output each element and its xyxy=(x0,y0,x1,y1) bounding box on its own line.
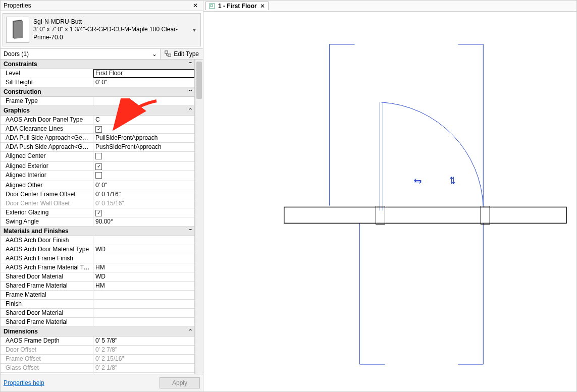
svg-rect-5 xyxy=(211,5,213,7)
door-center-wall-offset-value: 0' 0 15/16" xyxy=(93,199,194,208)
arch-door-material-type-value[interactable]: WD xyxy=(93,245,194,254)
prop-label: AAOS Arch Door Panel Type xyxy=(1,116,93,124)
prop-label: AAOS Arch Frame Material Type xyxy=(1,263,93,272)
scrollbar[interactable] xyxy=(195,60,203,374)
section-construction[interactable]: Constructionˆ xyxy=(1,87,194,97)
prop-label: Swing Angle xyxy=(1,217,93,226)
prop-label: Sill Height xyxy=(1,78,93,87)
prop-label: Level xyxy=(1,69,93,78)
prop-label: Door Center Frame Offset xyxy=(1,190,93,199)
prop-label: Aligned Center xyxy=(1,152,93,161)
prop-label: ADA Push Side Approach<Gen... xyxy=(1,143,93,151)
prop-label: Door Offset xyxy=(1,346,93,354)
swing-angle-value[interactable]: 90.00° xyxy=(93,217,194,226)
shared-door-material-2-value[interactable] xyxy=(93,309,194,317)
prop-label: ADA Pull Side Approach<Gene... xyxy=(1,134,93,142)
prop-label: Aligned Other xyxy=(1,181,93,190)
svg-rect-3 xyxy=(168,54,171,57)
close-properties-icon[interactable]: ✕ xyxy=(191,2,200,9)
svg-rect-8 xyxy=(284,207,566,223)
collapse-icon[interactable]: ˆ xyxy=(189,89,192,95)
tab-label: 1 - First Floor xyxy=(218,3,257,10)
collapse-icon[interactable]: ˆ xyxy=(189,61,192,67)
aligned-other-value[interactable]: 0' 0" xyxy=(93,181,194,190)
scrollbar-thumb[interactable] xyxy=(196,62,202,99)
prop-label: AAOS Arch Door Material Type xyxy=(1,245,93,254)
frame-type-value[interactable] xyxy=(93,97,194,105)
prop-label: Shared Door Material xyxy=(1,309,93,317)
section-dimensions[interactable]: Dimensionsˆ xyxy=(1,327,194,337)
collapse-icon[interactable]: ˆ xyxy=(189,328,192,334)
prop-label: Door Center Wall Offset xyxy=(1,199,93,208)
apply-button[interactable]: Apply xyxy=(160,377,200,388)
prop-label: Glass Offset xyxy=(1,364,93,372)
chevron-down-icon: ⌄ xyxy=(152,50,157,58)
glass-offset-value: 0' 2 1/8" xyxy=(93,364,194,372)
svg-rect-1 xyxy=(14,21,23,39)
shared-frame-material-2-value[interactable] xyxy=(93,318,194,326)
prop-label: Frame Material xyxy=(1,291,93,299)
sill-height-value[interactable]: 0' 0" xyxy=(93,78,194,87)
aligned-exterior-checkbox[interactable] xyxy=(93,162,194,171)
door-plan-drawing xyxy=(203,12,576,392)
panel-title: Properties xyxy=(4,2,31,9)
finish-value[interactable] xyxy=(93,300,194,308)
prop-label: Shared Door Material xyxy=(1,272,93,281)
type-selector[interactable]: SgI-N-MDRU-Butt 3' 0" x 7' 0" x 1 3/4"-G… xyxy=(3,13,201,46)
properties-grid: Constraintsˆ LevelFirst Floor Sill Heigh… xyxy=(1,60,195,374)
prop-label: Frame Type xyxy=(1,97,93,105)
prop-label: Aligned Interior xyxy=(1,171,93,181)
type-name: SgI-N-MDRU-Butt xyxy=(33,18,191,26)
type-dimensions: 3' 0" x 7' 0" x 1 3/4"-GR-GPD-CU-M-Maple… xyxy=(33,26,191,41)
collapse-icon[interactable]: ˆ xyxy=(189,107,192,114)
panel-type-value[interactable]: C xyxy=(93,116,194,124)
ada-clearance-checkbox[interactable] xyxy=(93,125,194,133)
door-offset-value: 0' 2 7/8" xyxy=(93,346,194,354)
section-constraints[interactable]: Constraintsˆ xyxy=(1,60,194,69)
view-tab[interactable]: 1 - First Floor ✕ xyxy=(205,2,269,10)
svg-rect-9 xyxy=(376,206,385,224)
tab-close-icon[interactable]: ✕ xyxy=(260,3,265,10)
shared-frame-material-value[interactable]: HM xyxy=(93,282,194,290)
edit-type-icon xyxy=(165,50,172,58)
prop-label: Shared Frame Material xyxy=(1,282,93,290)
type-thumbnail xyxy=(6,17,29,43)
frame-material-value[interactable] xyxy=(93,291,194,299)
type-dropdown-icon[interactable]: ▾ xyxy=(191,26,197,33)
frame-offset-value: 0' 2 15/16" xyxy=(93,355,194,363)
frame-depth-value[interactable]: 0' 5 7/8" xyxy=(93,337,194,345)
floorplan-icon xyxy=(209,3,215,9)
exterior-glazing-checkbox[interactable] xyxy=(93,208,194,217)
svg-rect-10 xyxy=(481,206,490,224)
prop-label: Wall Thickness xyxy=(1,373,93,374)
properties-help-link[interactable]: Properties help xyxy=(4,379,44,386)
push-side-value[interactable]: PushSideFrontApproach xyxy=(93,143,194,151)
section-materials[interactable]: Materials and Finishesˆ xyxy=(1,227,194,236)
prop-label: ADA Clearance Lines xyxy=(1,125,93,133)
prop-label: Shared Frame Material xyxy=(1,318,93,326)
section-graphics[interactable]: Graphicsˆ xyxy=(1,106,194,116)
collapse-icon[interactable]: ˆ xyxy=(189,228,192,234)
aligned-center-checkbox[interactable] xyxy=(93,152,194,161)
prop-label: Exterior Glazing xyxy=(1,208,93,217)
arch-frame-material-type-value[interactable]: HM xyxy=(93,263,194,272)
prop-label: Aligned Exterior xyxy=(1,162,93,171)
pull-side-value[interactable]: PullSideFrontApproach xyxy=(93,134,194,142)
edit-type-button[interactable]: Edit Type xyxy=(161,49,203,59)
svg-rect-2 xyxy=(165,51,168,53)
wall-thickness-value: 0' 7 1/4" xyxy=(93,373,194,374)
door-center-frame-offset-value[interactable]: 0' 0 1/16" xyxy=(93,190,194,199)
category-filter-dropdown[interactable]: Doors (1) ⌄ xyxy=(1,49,161,59)
filter-label: Doors (1) xyxy=(4,50,29,58)
prop-label: Finish xyxy=(1,300,93,308)
prop-label: Frame Offset xyxy=(1,355,93,363)
drawing-canvas[interactable] xyxy=(203,12,576,391)
shared-door-material-value[interactable]: WD xyxy=(93,272,194,281)
arch-frame-finish-value[interactable] xyxy=(93,254,194,263)
prop-label: AAOS Arch Frame Finish xyxy=(1,254,93,263)
prop-label: AAOS Frame Depth xyxy=(1,337,93,345)
prop-label: AAOS Arch Door Finish xyxy=(1,236,93,245)
arch-door-finish-value[interactable] xyxy=(93,236,194,245)
level-value[interactable]: First Floor xyxy=(93,69,194,78)
aligned-interior-checkbox[interactable] xyxy=(93,171,194,181)
